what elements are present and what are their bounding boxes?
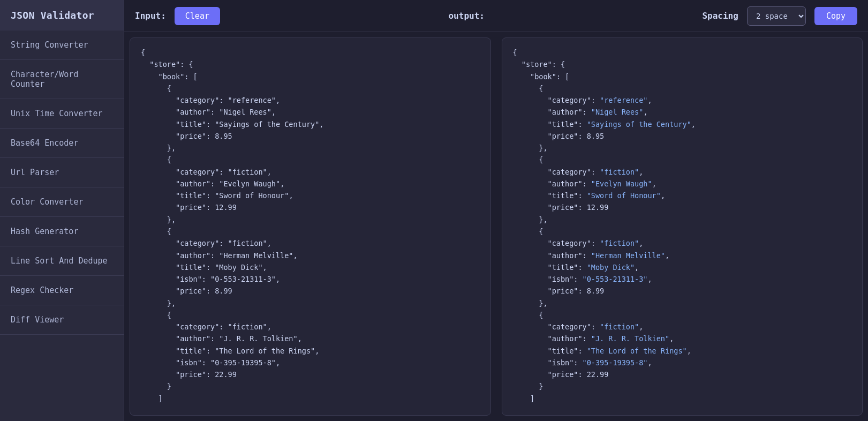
sidebar-item-string-converter[interactable]: String Converter [0, 31, 124, 60]
spacing-label: Spacing [702, 11, 738, 21]
sidebar-item-hash-generator[interactable]: Hash Generator [0, 217, 124, 246]
sidebar-item-base64-encoder[interactable]: Base64 Encoder [0, 129, 124, 158]
input-content: { "store": { "book": [ { "category": "re… [141, 47, 480, 404]
sidebar-item-regex-checker[interactable]: Regex Checker [0, 276, 124, 305]
spacing-select[interactable]: 2 space 4 space tab [747, 6, 806, 26]
toolbar: Input: Clear output: Spacing 2 space 4 s… [124, 0, 868, 32]
output-label: output: [448, 11, 484, 21]
input-panel[interactable]: { "store": { "book": [ { "category": "re… [130, 37, 491, 416]
app-title: JSON Validator [0, 0, 124, 31]
input-label: Input: [135, 11, 166, 21]
sidebar-item-url-parser[interactable]: Url Parser [0, 158, 124, 187]
main-content: Input: Clear output: Spacing 2 space 4 s… [124, 0, 868, 421]
sidebar: JSON Validator String Converter Characte… [0, 0, 124, 421]
output-content: { "store": { "book": [ { "category": "re… [513, 47, 852, 404]
sidebar-item-char-counter[interactable]: Character/Word Counter [0, 60, 124, 99]
sidebar-item-line-sort[interactable]: Line Sort And Dedupe [0, 246, 124, 276]
panels-container: { "store": { "book": [ { "category": "re… [124, 32, 868, 421]
output-panel: { "store": { "book": [ { "category": "re… [502, 37, 863, 416]
copy-button[interactable]: Copy [814, 7, 857, 25]
sidebar-item-color-converter[interactable]: Color Converter [0, 187, 124, 217]
sidebar-item-diff-viewer[interactable]: Diff Viewer [0, 305, 124, 335]
sidebar-item-unix-converter[interactable]: Unix Time Converter [0, 99, 124, 129]
clear-button[interactable]: Clear [175, 7, 220, 25]
